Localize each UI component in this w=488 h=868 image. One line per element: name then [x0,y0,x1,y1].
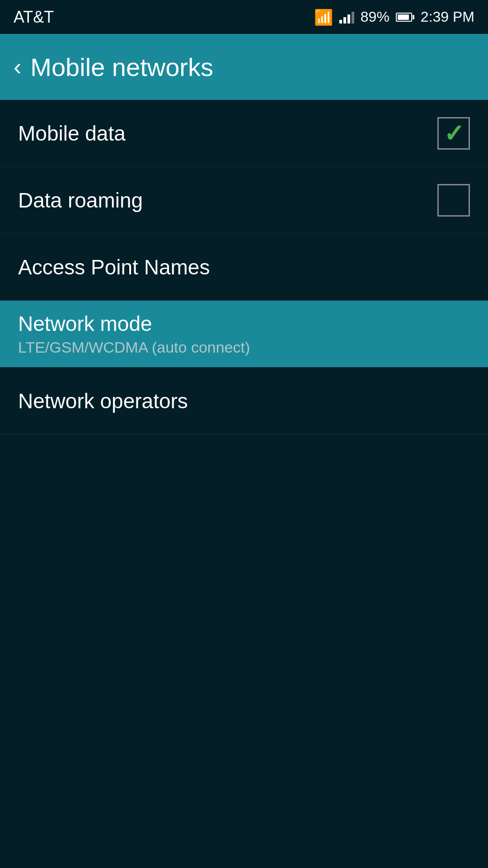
settings-item-text-network-mode: Network mode LTE/GSM/WCDMA (auto connect… [18,311,250,356]
toolbar: ‹ Mobile networks [0,34,488,100]
data-roaming-label: Data roaming [18,188,143,212]
carrier-label: AT&T [14,8,54,27]
time-display: 2:39 PM [421,9,474,25]
mobile-data-label: Mobile data [18,121,126,146]
settings-item-text-data-roaming: Data roaming [18,188,143,212]
settings-item-text-network-operators: Network operators [18,389,188,413]
settings-item-network-mode[interactable]: Network mode LTE/GSM/WCDMA (auto connect… [0,301,488,368]
battery-icon [396,13,414,22]
data-roaming-checkbox[interactable] [437,184,470,217]
page-title: Mobile networks [30,52,213,82]
battery-percentage: 89% [361,9,389,25]
network-mode-sublabel: LTE/GSM/WCDMA (auto connect) [18,339,250,356]
mobile-data-checkbox[interactable]: ✓ [437,117,470,150]
settings-item-network-operators[interactable]: Network operators [0,368,488,434]
status-icons: 📶 89% 2:39 PM [314,8,474,26]
settings-list: Mobile data ✓ Data roaming Access Point … [0,100,488,434]
access-point-names-label: Access Point Names [18,255,210,279]
wifi-icon: 📶 [314,8,333,26]
checkmark-icon: ✓ [444,121,464,146]
back-button[interactable]: ‹ [14,55,21,79]
settings-item-access-point-names[interactable]: Access Point Names [0,234,488,301]
network-operators-label: Network operators [18,389,188,413]
signal-icon [339,11,354,24]
status-bar: AT&T 📶 89% 2:39 PM [0,0,488,34]
settings-item-data-roaming[interactable]: Data roaming [0,167,488,234]
network-mode-label: Network mode [18,311,250,336]
settings-item-text-mobile-data: Mobile data [18,121,126,146]
settings-item-mobile-data[interactable]: Mobile data ✓ [0,100,488,167]
settings-item-text-apn: Access Point Names [18,255,210,279]
